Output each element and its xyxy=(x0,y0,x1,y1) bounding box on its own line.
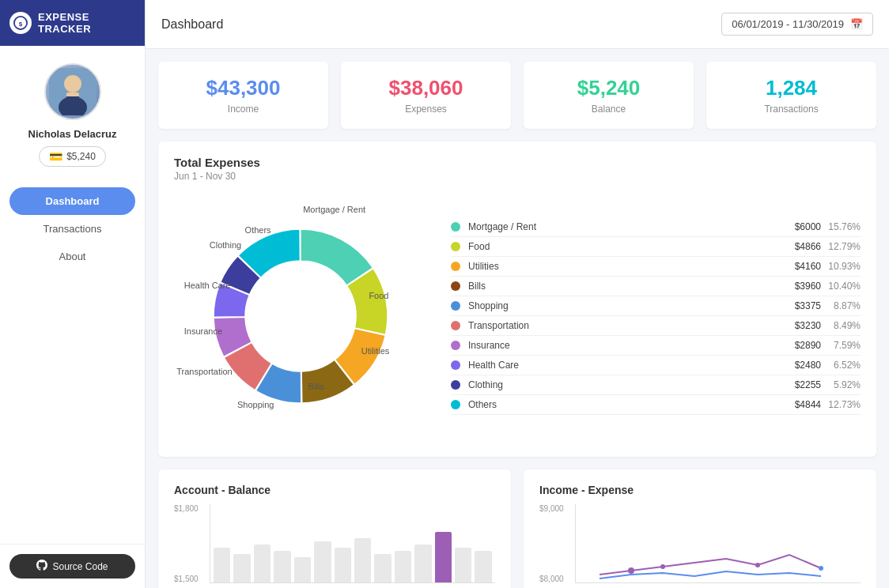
income-expense-chart: $9,000 $8,000 xyxy=(539,504,861,583)
transactions-card: 1,284 Transactions xyxy=(706,62,876,129)
bar-4 xyxy=(274,551,290,582)
content-area: $43,300 Income $38,060 Expenses $5,240 B… xyxy=(146,49,889,588)
calendar-icon: 📅 xyxy=(850,18,863,30)
income-card: $43,300 Income xyxy=(158,62,328,129)
legend-amount-bills: $3960 xyxy=(774,281,821,292)
bar-7 xyxy=(335,548,351,582)
date-range-text: 06/01/2019 - 11/30/2019 xyxy=(732,18,844,30)
legend-pct-shopping: 8.87% xyxy=(821,300,861,311)
avatar-section: Nicholas Delacruz 💳 $5,240 xyxy=(0,46,145,179)
svg-point-9 xyxy=(755,563,760,567)
legend-row-mortgage: Mortgage / Rent $6000 15.76% xyxy=(451,217,861,237)
legend-amount-insurance: $2890 xyxy=(774,340,821,351)
legend-dot-healthcare xyxy=(451,360,460,370)
expenses-panel: Total Expenses Jun 1 - Nov 30 xyxy=(158,141,876,457)
legend-row-utilities: Utilities $4160 10.93% xyxy=(451,257,861,277)
expenses-value: $38,060 xyxy=(357,76,495,100)
legend-dot-transportation xyxy=(451,321,460,330)
transactions-label: Transactions xyxy=(722,104,861,115)
legend-amount-mortgage: $6000 xyxy=(774,221,821,232)
legend-name-transportation: Transportation xyxy=(468,320,774,331)
github-icon xyxy=(36,560,47,573)
bottom-row: Account - Balance $1,800 $1,500 xyxy=(158,469,876,588)
wallet-badge[interactable]: 💳 $5,240 xyxy=(39,146,106,167)
sidebar-item-dashboard[interactable]: Dashboard xyxy=(9,187,135,215)
balance-label: Balance xyxy=(539,104,678,115)
balance-value: $5,240 xyxy=(539,76,678,100)
legend-dot-others xyxy=(451,400,460,409)
y-label-8000: $8,000 xyxy=(539,575,564,583)
legend-pct-transportation: 8.49% xyxy=(821,320,861,331)
income-expense-y-labels: $9,000 $8,000 xyxy=(539,504,564,583)
legend-pct-mortgage: 15.76% xyxy=(821,221,861,232)
sidebar-item-about[interactable]: About xyxy=(0,243,145,270)
donut-container: Others Mortgage / Rent Food Utilities Bi… xyxy=(174,190,427,443)
legend-row-insurance: Insurance $2890 7.59% xyxy=(451,336,861,356)
legend-pct-clothing: 5.92% xyxy=(821,379,861,390)
account-balance-y-labels: $1,800 $1,500 xyxy=(174,504,199,583)
svg-point-8 xyxy=(660,564,665,569)
y-label-9000: $9,000 xyxy=(539,504,564,513)
bar-8 xyxy=(354,538,371,582)
expenses-panel-title: Total Expenses xyxy=(174,156,861,169)
legend-pct-others: 12.73% xyxy=(821,399,861,410)
wallet-amount: $5,240 xyxy=(66,151,96,162)
legend-name-food: Food xyxy=(468,241,774,252)
date-range-picker[interactable]: 06/01/2019 - 11/30/2019 📅 xyxy=(721,13,873,36)
sidebar-item-transactions[interactable]: Transactions xyxy=(0,215,145,243)
income-label: Income xyxy=(174,104,312,115)
bar-highlight xyxy=(435,532,452,582)
chart-area: Others Mortgage / Rent Food Utilities Bi… xyxy=(174,190,861,443)
bar-14 xyxy=(475,551,491,582)
bar-11 xyxy=(414,545,431,582)
legend-dot-utilities xyxy=(451,262,460,271)
chart-legend: Mortgage / Rent $6000 15.76% Food $4866 … xyxy=(427,217,861,415)
legend-pct-insurance: 7.59% xyxy=(821,340,861,351)
legend-row-food: Food $4866 12.79% xyxy=(451,237,861,257)
balance-card: $5,240 Balance xyxy=(524,62,694,129)
legend-name-insurance: Insurance xyxy=(468,340,774,351)
legend-name-mortgage: Mortgage / Rent xyxy=(468,221,774,232)
svg-point-3 xyxy=(64,75,81,92)
sidebar-footer: Source Code xyxy=(0,544,145,588)
avatar xyxy=(44,63,101,120)
y-label-1800: $1,800 xyxy=(174,504,199,513)
legend-dot-bills xyxy=(451,281,460,291)
wallet-icon: 💳 xyxy=(49,150,62,163)
legend-row-bills: Bills $3960 10.40% xyxy=(451,277,861,296)
expenses-panel-subtitle: Jun 1 - Nov 30 xyxy=(174,171,861,182)
source-code-label: Source Code xyxy=(52,561,108,572)
bar-1 xyxy=(214,548,230,582)
legend-dot-clothing xyxy=(451,380,460,390)
page-title: Dashboard xyxy=(161,17,223,32)
income-expense-panel: Income - Expense $9,000 $8,000 xyxy=(524,469,876,588)
legend-amount-clothing: $2255 xyxy=(774,379,821,390)
topbar: Dashboard 06/01/2019 - 11/30/2019 📅 xyxy=(146,0,889,49)
bar-2 xyxy=(233,554,250,582)
legend-name-utilities: Utilities xyxy=(468,261,774,272)
bar-chart xyxy=(210,519,495,582)
donut-chart xyxy=(174,190,427,443)
account-balance-panel: Account - Balance $1,800 $1,500 xyxy=(158,469,511,588)
legend-dot-food xyxy=(451,242,460,251)
legend-name-bills: Bills xyxy=(468,281,774,292)
source-code-button[interactable]: Source Code xyxy=(9,554,135,579)
bar-3 xyxy=(254,545,270,582)
income-expense-title: Income - Expense xyxy=(539,484,861,496)
expenses-card: $38,060 Expenses xyxy=(341,62,511,129)
legend-amount-shopping: $3375 xyxy=(774,300,821,311)
bar-13 xyxy=(455,548,471,582)
legend-row-shopping: Shopping $3375 8.87% xyxy=(451,296,861,316)
bar-10 xyxy=(395,551,411,582)
account-balance-chart: $1,800 $1,500 xyxy=(174,504,495,583)
legend-pct-utilities: 10.93% xyxy=(821,261,861,272)
legend-pct-healthcare: 6.52% xyxy=(821,360,861,371)
legend-dot-mortgage xyxy=(451,222,460,232)
bar-6 xyxy=(314,541,331,582)
svg-point-10 xyxy=(819,566,823,571)
sidebar: $ EXPENSE TRACKER Nicholas Delacruz 💳 $5… xyxy=(0,0,146,588)
sidebar-header: $ EXPENSE TRACKER xyxy=(0,0,145,46)
svg-point-7 xyxy=(628,567,634,574)
user-name: Nicholas Delacruz xyxy=(28,128,117,140)
expenses-label: Expenses xyxy=(357,104,495,115)
